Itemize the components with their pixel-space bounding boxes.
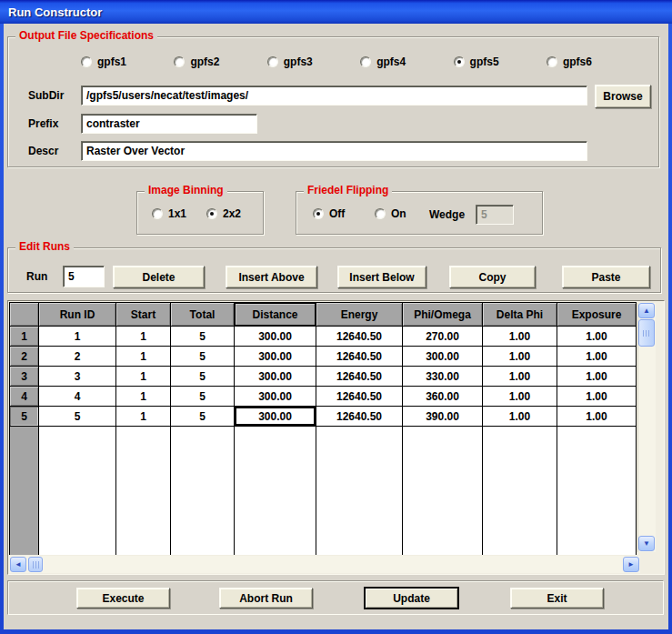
table-cell[interactable]: 5 xyxy=(171,407,235,427)
table-cell[interactable]: 360.00 xyxy=(403,387,483,407)
scroll-left-button[interactable]: ◄ xyxy=(10,557,26,572)
table-cell[interactable]: 1.00 xyxy=(557,347,637,367)
table-cell[interactable]: 12640.50 xyxy=(316,347,403,367)
empty-column xyxy=(116,427,171,555)
table-cell[interactable]: 12640.50 xyxy=(316,327,403,347)
insert-below-button[interactable]: Insert Below xyxy=(337,266,426,288)
radio-gpfs2[interactable]: gpfs2 xyxy=(174,55,219,68)
titlebar[interactable]: Run Constructor xyxy=(0,0,672,24)
runs-table-panel: Run ID Start Total Distance Energy Phi/O… xyxy=(7,300,665,575)
paste-button[interactable]: Paste xyxy=(562,266,650,288)
vertical-scrollbar[interactable]: ▲ ▼ xyxy=(637,303,656,552)
radio-friedel-off[interactable]: Off xyxy=(313,207,345,220)
table-cell[interactable]: 5 xyxy=(171,347,235,367)
radio-icon xyxy=(267,56,278,67)
column-header-energy[interactable]: Energy xyxy=(316,303,403,327)
radio-gpfs3[interactable]: gpfs3 xyxy=(267,55,313,68)
delete-button[interactable]: Delete xyxy=(113,266,205,288)
table-cell[interactable]: 5 xyxy=(171,327,235,347)
table-cell[interactable]: 5 xyxy=(171,387,235,407)
table-cell[interactable]: 1 xyxy=(116,327,171,347)
table-cell[interactable]: 1.00 xyxy=(483,407,557,427)
table-cell[interactable]: 270.00 xyxy=(403,327,483,347)
scroll-down-button[interactable]: ▼ xyxy=(638,536,655,551)
radio-icon xyxy=(360,56,371,67)
vertical-scrollbar-track[interactable] xyxy=(637,347,656,536)
column-header-total[interactable]: Total xyxy=(171,303,235,327)
table-cell[interactable]: 300.00 xyxy=(235,327,316,347)
empty-row-header-strip xyxy=(10,427,39,555)
column-header-start[interactable]: Start xyxy=(116,303,171,327)
table-cell[interactable]: 5 xyxy=(39,407,116,427)
radio-binning-2x2[interactable]: 2x2 xyxy=(206,207,241,220)
table-cell[interactable]: 330.00 xyxy=(403,367,483,387)
table-cell[interactable]: 4 xyxy=(39,387,116,407)
table-cell[interactable]: 5 xyxy=(171,367,235,387)
radio-icon xyxy=(547,56,557,67)
vertical-scrollbar-thumb[interactable] xyxy=(638,319,655,347)
table-cell[interactable]: 1.00 xyxy=(483,327,557,347)
radio-icon xyxy=(152,208,163,219)
table-cell[interactable]: 1.00 xyxy=(557,367,637,387)
row-header[interactable]: 3 xyxy=(10,367,39,387)
run-number-input[interactable] xyxy=(63,266,105,287)
horizontal-scrollbar[interactable]: ◄ ► xyxy=(9,556,640,573)
output-file-specifications-group: Output File Specifications gpfs1 gpfs2 g… xyxy=(7,36,659,167)
descr-input[interactable] xyxy=(81,141,587,161)
radio-gpfs5[interactable]: gpfs5 xyxy=(454,55,499,68)
prefix-input[interactable] xyxy=(81,114,257,134)
scroll-right-button[interactable]: ► xyxy=(623,557,639,572)
radio-gpfs1[interactable]: gpfs1 xyxy=(81,55,126,68)
execute-button[interactable]: Execute xyxy=(76,588,170,609)
table-cell[interactable]: 1 xyxy=(116,407,171,427)
column-header-delta-phi[interactable]: Delta Phi xyxy=(483,303,557,327)
wedge-label: Wedge xyxy=(429,208,465,221)
subdir-label: SubDir xyxy=(28,89,64,102)
table-cell[interactable]: 1.00 xyxy=(557,407,637,427)
column-header-phi-omega[interactable]: Phi/Omega xyxy=(403,303,483,327)
radio-gpfs6[interactable]: gpfs6 xyxy=(547,55,592,68)
table-cell[interactable]: 1.00 xyxy=(483,367,557,387)
table-cell[interactable]: 2 xyxy=(39,347,116,367)
subdir-input[interactable] xyxy=(81,86,587,106)
row-header[interactable]: 2 xyxy=(10,347,39,367)
table-cell[interactable]: 300.00 xyxy=(235,387,316,407)
scroll-up-button[interactable]: ▲ xyxy=(638,303,655,318)
column-header-run-id[interactable]: Run ID xyxy=(39,303,116,327)
exit-button[interactable]: Exit xyxy=(510,588,604,609)
table-cell[interactable]: 1 xyxy=(116,387,171,407)
table-cell[interactable]: 300.00 xyxy=(403,347,483,367)
table-cell[interactable]: 1.00 xyxy=(557,327,637,347)
radio-binning-1x1[interactable]: 1x1 xyxy=(152,207,186,220)
table-cell[interactable]: 1 xyxy=(116,347,171,367)
radio-friedel-on[interactable]: On xyxy=(375,207,406,220)
table-cell[interactable]: 1.00 xyxy=(483,347,557,367)
abort-run-button[interactable]: Abort Run xyxy=(219,588,313,609)
table-cell[interactable]: 12640.50 xyxy=(316,387,403,407)
row-header-active[interactable]: 5 xyxy=(10,407,39,427)
table-cell[interactable]: 12640.50 xyxy=(316,407,403,427)
table-cell[interactable]: 1 xyxy=(116,367,171,387)
table-cell[interactable]: 3 xyxy=(39,367,116,387)
table-cell[interactable]: 300.00 xyxy=(235,367,316,387)
table-cell[interactable]: 1.00 xyxy=(557,387,637,407)
horizontal-scrollbar-thumb[interactable] xyxy=(28,557,43,572)
column-header-exposure[interactable]: Exposure xyxy=(557,303,637,327)
column-header-distance[interactable]: Distance xyxy=(235,303,316,327)
row-header[interactable]: 1 xyxy=(10,327,39,347)
insert-above-button[interactable]: Insert Above xyxy=(226,266,317,288)
radio-gpfs4[interactable]: gpfs4 xyxy=(360,55,406,68)
browse-button[interactable]: Browse xyxy=(595,85,651,108)
table-cell[interactable]: 390.00 xyxy=(403,407,483,427)
row-header[interactable]: 4 xyxy=(10,387,39,407)
footer-panel: Execute Abort Run Update Exit xyxy=(7,580,664,615)
table-cell[interactable]: 1.00 xyxy=(483,387,557,407)
table-cell[interactable]: 1 xyxy=(39,327,116,347)
table-cell[interactable]: 12640.50 xyxy=(316,367,403,387)
selected-table-cell[interactable]: 300.00 xyxy=(235,407,316,427)
table-cell[interactable]: 300.00 xyxy=(235,347,316,367)
copy-button[interactable]: Copy xyxy=(449,266,536,288)
prefix-label: Prefix xyxy=(28,117,58,130)
update-button[interactable]: Update xyxy=(365,588,458,609)
empty-column xyxy=(316,427,403,555)
